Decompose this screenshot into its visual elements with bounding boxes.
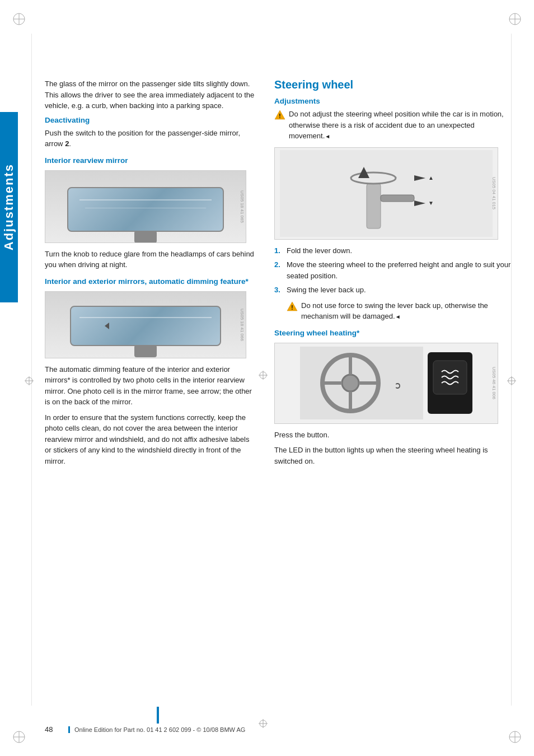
step-2: 2. Move the steering wheel to the prefer…	[274, 259, 515, 281]
auto-dimming-body1: The automatic dimming feature of the int…	[45, 364, 257, 408]
interior-mirror-heading: Interior rearview mirror	[45, 156, 257, 165]
deactivating-section: Deactivating Push the switch to the posi…	[45, 116, 257, 150]
auto-dimming-section: Interior and exterior mirrors, automatic…	[45, 277, 257, 467]
svg-point-30	[342, 375, 359, 391]
warning-triangle-icon: !	[274, 110, 285, 142]
step-3: 3. Swing the lever back up.	[274, 284, 515, 296]
steering-heating-image: ↄ US05 46 41 006	[274, 343, 498, 424]
step-3-text: Swing the lever back up.	[287, 284, 366, 296]
reg-mark-top-left	[11, 11, 27, 27]
auto-dimming-body2: In order to ensure that the system funct…	[45, 412, 257, 467]
vline-left	[31, 34, 32, 706]
heating-body1: Press the button.	[274, 430, 515, 441]
intro-paragraph: The glass of the mirror on the passenger…	[45, 78, 257, 111]
step-2-text: Move the steering wheel to the preferred…	[287, 259, 515, 281]
right-column: Steering wheel Adjustments ! Do not adju…	[274, 78, 515, 473]
footer-text: Online Edition for Part no. 01 41 2 602 …	[68, 726, 245, 733]
step-1-text: Fold the lever down.	[287, 245, 352, 256]
reg-mark-top-right	[507, 11, 523, 27]
adjustments-subheading: Adjustments	[274, 97, 515, 105]
adjustments-section: Adjustments ! Do not adjust the steering…	[274, 97, 515, 322]
svg-rect-37	[433, 361, 467, 394]
step3-warning-icon: !	[287, 301, 298, 322]
adjustments-warning-text: Do not adjust the steering wheel positio…	[289, 109, 515, 142]
auto-dimming-heading: Interior and exterior mirrors, automatic…	[45, 277, 257, 286]
left-column: The glass of the mirror on the passenger…	[45, 78, 257, 473]
svg-rect-20	[381, 195, 414, 202]
side-tab-label: Adjustments	[2, 164, 16, 250]
deactivating-body: Push the switch to the position for the …	[45, 128, 257, 150]
page-number: 48	[45, 725, 62, 734]
reg-mark-mid-right	[506, 375, 517, 388]
footer: 48 Online Edition for Part no. 01 41 2 6…	[45, 725, 512, 734]
svg-rect-17	[280, 150, 493, 237]
svg-text:ↄ: ↄ	[395, 380, 401, 391]
step-2-num: 2.	[274, 259, 283, 281]
auto-dimming-image: US05 18 41 066	[45, 291, 246, 358]
heating-subheading: Steering wheel heating*	[274, 329, 515, 337]
steering-adjustment-image: ▲ ▼ US05 04 41 015	[274, 147, 498, 240]
step-1: 1. Fold the lever down.	[274, 245, 515, 256]
page: Adjustments The glass of the mirror on t…	[0, 0, 534, 756]
heating-body2: The LED in the button lights up when the…	[274, 445, 515, 466]
step3-warning-block: ! Do not use force to swing the lever ba…	[287, 300, 515, 322]
step3-warning-text: Do not use force to swing the lever back…	[301, 300, 515, 322]
svg-text:▼: ▼	[428, 200, 434, 206]
step-3-num: 3.	[274, 284, 283, 296]
deactivating-heading: Deactivating	[45, 116, 257, 124]
steering-wheel-heading: Steering wheel	[274, 78, 515, 91]
reg-mark-bottom-center	[257, 718, 269, 731]
svg-text:!: !	[279, 113, 280, 119]
reg-mark-mid-left	[24, 375, 35, 388]
adjustments-warning-block: ! Do not adjust the steering wheel posit…	[274, 109, 515, 142]
svg-rect-18	[367, 184, 381, 228]
steps-list: 1. Fold the lever down. 2. Move the stee…	[274, 245, 515, 296]
interior-mirror-section: Interior rearview mirror US05 18 41 065	[45, 156, 257, 270]
reg-mark-center-bottom	[257, 370, 269, 381]
reg-mark-bottom-left	[11, 729, 27, 745]
step-1-num: 1.	[274, 245, 283, 256]
svg-text:▲: ▲	[428, 175, 434, 181]
side-tab: Adjustments	[0, 112, 18, 302]
bottom-accent-bar	[157, 707, 159, 724]
heating-section: Steering wheel heating* ↄ	[274, 329, 515, 467]
interior-mirror-body: Turn the knob to reduce glare from the h…	[45, 249, 257, 270]
interior-mirror-image: US05 18 41 065	[45, 170, 246, 243]
svg-text:!: !	[291, 304, 293, 310]
